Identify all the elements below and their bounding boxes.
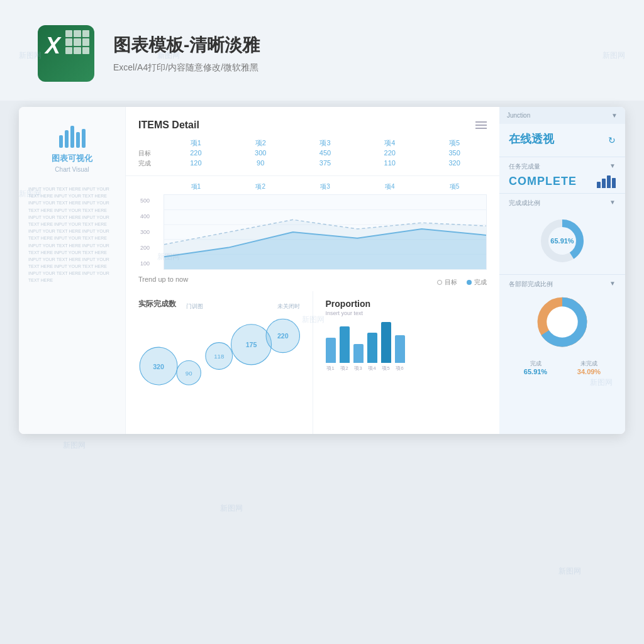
header-text: 图表模板-清晰淡雅 Excel/A4打印/内容随意修改/微软雅黑: [113, 33, 260, 74]
svg-text:90: 90: [186, 370, 192, 377]
panel-header: Junction ▼: [499, 107, 625, 124]
dept-completion-section: 各部部完成比例 ▼ 完成 65.91% 未完成 34.09%: [499, 275, 625, 434]
bar-item: 项1: [326, 338, 336, 372]
complete-text: COMPLETE: [509, 175, 577, 188]
refresh-icon[interactable]: ↻: [608, 135, 616, 145]
bar-chart-section: Proportion Insert your text 项1 项2 项3: [313, 291, 500, 434]
chart-trend-label: Trend up to now: [138, 275, 188, 283]
menu-icon[interactable]: [475, 121, 487, 129]
dept-completion-label: 各部部完成比例: [509, 280, 553, 289]
svg-text:220: 220: [277, 332, 289, 340]
bar-item: 项6: [395, 335, 405, 372]
mini-bar-chart: [597, 175, 616, 188]
svg-point-21: [547, 306, 578, 338]
excel-x-letter: X: [45, 33, 60, 59]
task-section: 任务完成量 ▼ COMPLETE: [499, 157, 625, 194]
bubble-chart-title: 实际完成数: [138, 299, 176, 309]
dashboard-card: 图表可视化 Chart Visual INPUT YOUR TEXT HERE …: [19, 107, 625, 434]
bar-chart-bars: 项1 项2 项3 项4: [326, 321, 487, 372]
bubble-chart-subtitle: 门训图: [186, 303, 203, 311]
online-section: 在线透视 ↻: [499, 124, 625, 157]
sidebar-placeholder-text: INPUT YOUR TEXT HERE INPUT YOUR TEXT HER…: [28, 186, 116, 284]
completion-section: 完成成比例 ▼ 65.91%: [499, 194, 625, 275]
items-detail-title: ITEMS Detail: [138, 119, 199, 131]
main-content: ITEMS Detail 项1 项2 项3 项4 项5 目标 220 300: [126, 107, 499, 434]
bar-chart-subtitle: Insert your text: [326, 310, 487, 316]
dept-donut-chart: [509, 294, 616, 357]
sidebar-subtitle: Chart Visual: [55, 166, 89, 173]
completion-value: 65.91%: [550, 237, 574, 245]
complete-badge: COMPLETE: [509, 175, 616, 188]
svg-marker-5: [164, 219, 486, 269]
dept-dropdown-icon[interactable]: ▼: [609, 280, 616, 289]
table-header-row: 项1 项2 项3 项4 项5: [138, 138, 487, 148]
svg-text:175: 175: [246, 341, 257, 348]
bottom-charts: 实际完成数 门训图 未关闭时 320 90 118 1: [126, 291, 499, 434]
completion-dropdown-icon[interactable]: ▼: [609, 199, 616, 208]
function-label: Junction: [507, 112, 530, 119]
online-title: 在线透视: [509, 131, 554, 147]
task-label: 任务完成量: [509, 162, 540, 171]
bar-chart-title: Proportion: [326, 299, 487, 309]
bar-item: 项5: [381, 322, 391, 372]
line-chart: 500400300200100: [164, 194, 487, 270]
header: X 图表模板-清晰淡雅 Excel/A4打印/内容随意修改/微软雅黑: [0, 0, 644, 101]
bar-item: 项2: [340, 326, 350, 372]
svg-text:118: 118: [214, 353, 224, 360]
completion-donut-chart: 65.91%: [509, 213, 616, 269]
task-dropdown-icon[interactable]: ▼: [609, 162, 616, 171]
bubble-chart-subtitle2: 未关闭时: [277, 303, 300, 311]
completion-ratio-label: 完成成比例: [509, 199, 540, 208]
table-row: 完成 120 90 375 110 320: [138, 159, 487, 168]
left-sidebar: 图表可视化 Chart Visual INPUT YOUR TEXT HERE …: [19, 107, 126, 434]
sidebar-title: 图表可视化: [52, 153, 92, 164]
bubble-chart-section: 实际完成数 门训图 未关闭时 320 90 118 1: [126, 291, 313, 434]
excel-logo-icon: X: [38, 25, 94, 82]
page-subtitle: Excel/A4打印/内容随意修改/微软雅黑: [113, 62, 260, 74]
items-table: 项1 项2 项3 项4 项5 目标 220 300 450 220 350 完成…: [138, 138, 487, 168]
line-chart-section: 项1 项2 项3 项4 项5 500400300200100: [126, 176, 499, 291]
right-panel: Junction ▼ 在线透视 ↻ 任务完成量 ▼ COMPLETE: [499, 107, 625, 434]
page-title: 图表模板-清晰淡雅: [113, 33, 260, 57]
dept-stats: 完成 65.91% 未完成 34.09%: [509, 357, 616, 379]
panel-dropdown-icon[interactable]: ▼: [611, 112, 618, 119]
table-row: 目标 220 300 450 220 350: [138, 149, 487, 158]
items-detail-section: ITEMS Detail 项1 项2 项3 项4 项5 目标 220 300: [126, 107, 499, 176]
svg-text:320: 320: [153, 363, 164, 370]
chart-visual-icon: [59, 126, 86, 148]
bar-item: 项4: [367, 333, 377, 372]
chart-legend: 目标 完成: [437, 278, 487, 287]
items-detail-header: ITEMS Detail: [138, 119, 487, 131]
bar-item: 项3: [353, 344, 364, 372]
bubble-chart: 320 90 118 175 220: [138, 318, 300, 394]
chart-x-labels: 项1 项2 项3 项4 项5: [164, 182, 487, 191]
